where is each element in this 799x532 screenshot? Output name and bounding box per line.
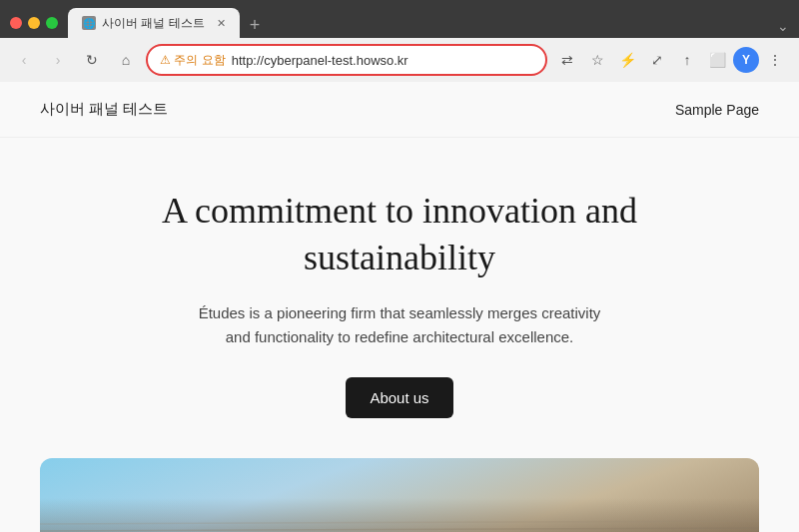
about-us-button[interactable]: About us xyxy=(346,377,452,418)
hero-section: A commitment to innovation and sustainab… xyxy=(0,138,799,458)
fullscreen-icon: ⤢ xyxy=(651,52,663,68)
sample-page-link[interactable]: Sample Page xyxy=(675,102,759,118)
tab-title: 사이버 패널 테스트 xyxy=(102,15,205,32)
reload-button[interactable]: ↻ xyxy=(78,46,106,74)
forward-button[interactable]: › xyxy=(44,46,72,74)
tab-overview-button[interactable]: ⬜ xyxy=(703,46,731,74)
browser-chrome: 🌐 사이버 패널 테스트 ✕ + ⌄ ‹ › ↻ ⌂ ⚠ 주의 요함 http:… xyxy=(0,0,799,82)
svg-line-8 xyxy=(40,521,759,524)
minimize-window-button[interactable] xyxy=(28,17,40,29)
tab-favicon: 🌐 xyxy=(82,16,96,30)
back-icon: ‹ xyxy=(22,52,27,68)
tab-grid-icon: ⬜ xyxy=(709,52,726,68)
svg-line-7 xyxy=(40,528,759,531)
website-content: 사이버 패널 테스트 Sample Page A commitment to i… xyxy=(0,82,799,532)
tab-close-button[interactable]: ✕ xyxy=(217,17,226,30)
profile-button[interactable]: Y xyxy=(733,47,759,73)
address-bar[interactable]: ⚠ 주의 요함 http://cyberpanel-test.howso.kr xyxy=(146,44,547,76)
tab-expand-button[interactable]: ⌄ xyxy=(777,18,789,38)
nav-right-icons: ⇄ ☆ ⚡ ⤢ ↑ ⬜ Y ⋮ xyxy=(553,46,789,74)
bookmark-button[interactable]: ☆ xyxy=(583,46,611,74)
extensions-button[interactable]: ⚡ xyxy=(613,46,641,74)
new-tab-button[interactable]: + xyxy=(244,16,267,38)
maximize-window-button[interactable] xyxy=(46,17,58,29)
translate-icon: ⇄ xyxy=(561,52,573,68)
share-button[interactable]: ↑ xyxy=(673,46,701,74)
security-warning: ⚠ 주의 요함 xyxy=(160,52,226,69)
site-logo: 사이버 패널 테스트 xyxy=(40,100,168,119)
reload-icon: ↻ xyxy=(86,52,98,68)
url-display: http://cyberpanel-test.howso.kr xyxy=(232,53,533,68)
nav-bar: ‹ › ↻ ⌂ ⚠ 주의 요함 http://cyberpanel-test.h… xyxy=(0,38,799,82)
tabs-bar: 🌐 사이버 패널 테스트 ✕ + ⌄ xyxy=(68,8,789,38)
avatar-label: Y xyxy=(742,53,750,67)
title-bar: 🌐 사이버 패널 테스트 ✕ + ⌄ xyxy=(0,0,799,38)
forward-icon: › xyxy=(56,52,61,68)
more-options-button[interactable]: ⋮ xyxy=(761,46,789,74)
bookmark-icon: ☆ xyxy=(591,52,604,68)
back-button[interactable]: ‹ xyxy=(10,46,38,74)
traffic-lights xyxy=(10,17,58,29)
active-tab[interactable]: 🌐 사이버 패널 테스트 ✕ xyxy=(68,8,240,38)
share-icon: ↑ xyxy=(684,52,691,68)
close-window-button[interactable] xyxy=(10,17,22,29)
home-icon: ⌂ xyxy=(122,52,130,68)
fullscreen-button[interactable]: ⤢ xyxy=(643,46,671,74)
building-svg xyxy=(40,518,759,532)
hero-image xyxy=(40,458,759,532)
home-button[interactable]: ⌂ xyxy=(112,46,140,74)
hero-description: Études is a pioneering firm that seamles… xyxy=(190,301,609,349)
hero-title: A commitment to innovation and sustainab… xyxy=(162,188,637,281)
address-bar-wrapper: ⚠ 주의 요함 http://cyberpanel-test.howso.kr xyxy=(146,44,547,76)
puzzle-icon: ⚡ xyxy=(619,52,636,68)
more-icon: ⋮ xyxy=(768,52,782,68)
site-header: 사이버 패널 테스트 Sample Page xyxy=(0,82,799,138)
translate-button[interactable]: ⇄ xyxy=(553,46,581,74)
